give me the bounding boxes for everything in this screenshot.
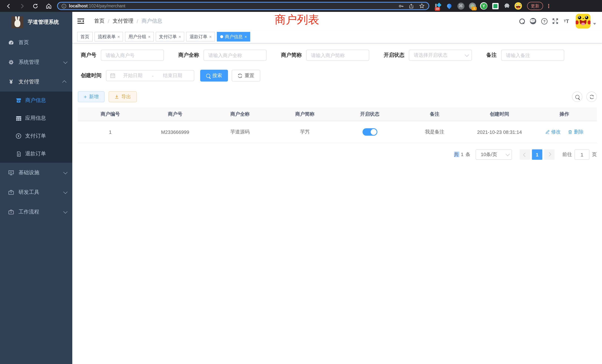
extension-scripts-icon[interactable]: 10 bbox=[434, 2, 441, 10]
edit-pen-icon bbox=[545, 130, 549, 134]
full-name-label: 商户全称 bbox=[178, 52, 199, 59]
extensions-puzzle-icon[interactable] bbox=[503, 2, 510, 10]
main-area: 商户列表 首页 / 支付管理 / 商户信息 bbox=[72, 12, 602, 364]
sidebar-item-devtools[interactable]: 研发工具 bbox=[0, 182, 72, 202]
add-button[interactable]: + 新增 bbox=[78, 91, 105, 102]
tab-refund-order[interactable]: 退款订单× bbox=[186, 32, 215, 42]
share-icon[interactable] bbox=[408, 3, 414, 9]
app-title: 芋道管理系统 bbox=[28, 19, 59, 26]
short-name-input[interactable] bbox=[306, 50, 369, 61]
edit-link[interactable]: 修改 bbox=[545, 129, 561, 135]
fullscreen-icon[interactable] bbox=[550, 16, 561, 27]
sidebar-item-pay-order[interactable]: ¥ 支付订单 bbox=[0, 127, 72, 145]
sidebar-logo[interactable]: 芋道管理系统 bbox=[0, 12, 72, 33]
col-remark: 备注 bbox=[402, 107, 467, 121]
export-button[interactable]: 导出 bbox=[109, 91, 137, 102]
start-date[interactable]: 开始日期 bbox=[115, 72, 150, 79]
site-info-icon[interactable] bbox=[62, 3, 66, 8]
breadcrumb-payment[interactable]: 支付管理 bbox=[113, 18, 133, 24]
toolbar-row: + 新增 导出 bbox=[78, 91, 597, 102]
extension-pin-icon[interactable] bbox=[446, 2, 453, 10]
breadcrumb-home[interactable]: 首页 bbox=[94, 18, 105, 24]
url-bar[interactable]: localhost:1024/pay/merchant bbox=[57, 2, 429, 10]
merchant-no-label: 商户号 bbox=[81, 52, 96, 59]
full-name-input[interactable] bbox=[204, 50, 267, 61]
chrome-update-button[interactable]: 更新 bbox=[527, 2, 543, 10]
status-select[interactable]: 请选择开启状态 bbox=[409, 50, 472, 61]
sidebar-item-payment[interactable]: ¥ 支付管理 bbox=[0, 72, 72, 92]
tab-process-form[interactable]: 流程表单× bbox=[95, 32, 123, 42]
browser-home-icon[interactable] bbox=[44, 1, 53, 11]
remark-input[interactable] bbox=[501, 50, 564, 61]
col-actions: 操作 bbox=[532, 107, 597, 121]
refresh-button[interactable] bbox=[586, 92, 597, 102]
close-icon[interactable]: × bbox=[148, 35, 150, 39]
tab-merchant-info[interactable]: 商户信息× bbox=[217, 32, 250, 42]
cell-full-name: 芋道源码 bbox=[208, 121, 272, 143]
cell-remark: 我是备注 bbox=[402, 121, 467, 143]
sidebar-item-refund-order[interactable]: 退款订单 bbox=[0, 145, 72, 163]
dashboard-icon bbox=[8, 40, 14, 45]
browser-reload-icon[interactable] bbox=[30, 1, 40, 11]
calendar-icon bbox=[110, 73, 115, 78]
grid-icon bbox=[15, 116, 22, 121]
search-icon[interactable] bbox=[516, 16, 527, 27]
font-size-icon[interactable]: TT bbox=[561, 16, 572, 27]
col-status: 开启状态 bbox=[337, 107, 402, 121]
password-key-icon[interactable] bbox=[398, 3, 404, 9]
tab-pay-order[interactable]: 支付订单× bbox=[156, 32, 184, 42]
navbar-right: ? TT bbox=[516, 14, 596, 29]
chrome-menu-icon[interactable]: ⋮ bbox=[546, 3, 551, 9]
top-navbar: 首页 / 支付管理 / 商户信息 ? bbox=[72, 12, 602, 30]
chevron-down-icon bbox=[506, 152, 510, 156]
sidebar-item-infra[interactable]: 基础设施 bbox=[0, 163, 72, 182]
github-icon[interactable] bbox=[527, 16, 539, 27]
prev-page-button[interactable] bbox=[520, 149, 530, 160]
reset-button[interactable]: 重置 bbox=[232, 70, 260, 82]
bookmark-star-icon[interactable] bbox=[419, 3, 425, 9]
goto-page-input[interactable] bbox=[575, 149, 589, 160]
tab-user-group[interactable]: 用户分组× bbox=[125, 32, 154, 42]
browser-back-icon[interactable] bbox=[4, 1, 13, 11]
avatar-caret-icon[interactable] bbox=[593, 23, 596, 25]
close-icon[interactable]: × bbox=[118, 35, 120, 39]
extension-y-icon[interactable]: Y bbox=[480, 2, 487, 10]
close-icon[interactable]: × bbox=[209, 35, 212, 39]
page-number-1[interactable]: 1 bbox=[532, 149, 542, 160]
sidebar-item-workflow[interactable]: 工作流程 bbox=[0, 202, 72, 222]
chevron-right-icon bbox=[547, 152, 551, 156]
status-toggle[interactable] bbox=[362, 128, 377, 136]
close-icon[interactable]: × bbox=[245, 35, 247, 39]
end-date[interactable]: 结束日期 bbox=[155, 72, 190, 79]
sidebar-item-app-info[interactable]: 应用信息 bbox=[0, 109, 72, 127]
extension-chat-icon[interactable] bbox=[492, 2, 499, 10]
search-icon bbox=[575, 95, 579, 99]
col-full-name: 商户全称 bbox=[208, 107, 272, 121]
extension-command-icon[interactable]: ⌘ bbox=[457, 2, 464, 10]
user-avatar[interactable] bbox=[576, 14, 591, 29]
toggle-search-button[interactable] bbox=[572, 92, 582, 102]
col-short-name: 商户简称 bbox=[272, 107, 337, 121]
profile-emoji-icon[interactable] bbox=[515, 2, 522, 10]
svg-text:?: ? bbox=[543, 19, 545, 23]
search-button[interactable]: 搜索 bbox=[200, 70, 228, 82]
page-content: 商户号 商户全称 商户简称 开启状态 请选择开启状态 bbox=[72, 43, 602, 364]
tab-home[interactable]: 首页 bbox=[77, 32, 93, 42]
extension-badge: 10 bbox=[435, 7, 440, 11]
sidebar-item-system[interactable]: 系统管理 bbox=[0, 52, 72, 72]
merchant-no-input[interactable] bbox=[101, 50, 164, 61]
date-range-picker[interactable]: 开始日期 - 结束日期 bbox=[106, 70, 194, 81]
chevron-down-icon bbox=[63, 170, 68, 174]
sidebar-item-home[interactable]: 首页 bbox=[0, 33, 72, 52]
next-page-button[interactable] bbox=[544, 149, 555, 160]
cell-create-time: 2021-10-23 08:31:14 bbox=[467, 121, 532, 143]
sidebar-collapse-icon[interactable] bbox=[77, 17, 85, 25]
close-icon[interactable]: × bbox=[179, 35, 181, 39]
sidebar-item-merchant-info[interactable]: 商户信息 bbox=[0, 92, 72, 109]
page-size-select[interactable]: 10条/页 bbox=[476, 149, 512, 160]
extension-proxy-icon[interactable]: 1 bbox=[469, 2, 476, 10]
delete-link[interactable]: 删除 bbox=[568, 129, 584, 135]
refresh-icon bbox=[589, 94, 594, 99]
browser-forward-icon[interactable] bbox=[17, 1, 27, 11]
help-icon[interactable]: ? bbox=[539, 16, 550, 27]
